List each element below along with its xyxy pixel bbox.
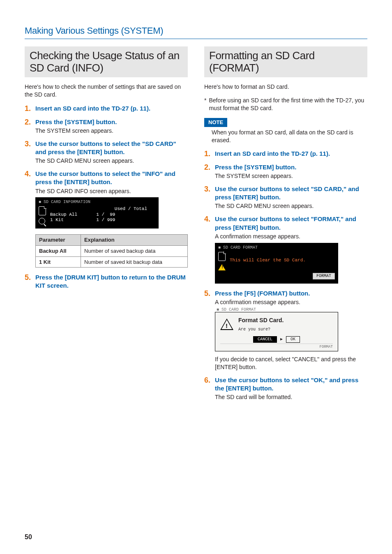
step-head: Use the cursor buttons to select "OK," a…	[215, 376, 367, 393]
table-header: Explanation	[81, 235, 188, 246]
step-1: Insert an SD card into the TD-27 (p. 11)…	[204, 150, 367, 158]
dialog-footer: FORMAT	[220, 344, 333, 349]
step-head: Use the cursor buttons to select the "SD…	[35, 140, 188, 157]
step-head: Press the [DRUM KIT] button to return to…	[35, 273, 188, 290]
step-head: Press the [SYSTEM] button.	[35, 118, 188, 126]
section-title-info: Checking the Usage Status of an SD Card …	[25, 46, 188, 78]
step-3: Use the cursor buttons to select the "SD…	[25, 140, 188, 165]
lcd-data: Used / TotalBackup All 1 / 99 1 Kit 1 / …	[50, 206, 155, 223]
table-cell: Number of saved backup data	[81, 245, 188, 256]
step-2: Press the [SYSTEM] button. The SYSTEM sc…	[204, 163, 367, 180]
step-body: The SYSTEM screen appears.	[215, 172, 367, 180]
step-head: Press the [F5] (FORMAT) button.	[215, 289, 367, 298]
step-4: Use the cursor buttons to select "FORMAT…	[204, 215, 367, 283]
step-head: Use the cursor buttons to select the "IN…	[35, 170, 188, 187]
lcd-title-text: SD CARD INFORMATION	[44, 200, 90, 204]
arrow-right-icon: ▶	[280, 337, 283, 342]
step-body: The SYSTEM screen appears.	[35, 127, 188, 135]
table-cell: Backup All	[36, 245, 81, 256]
step-head: Use the cursor buttons to select "SD CAR…	[215, 185, 367, 202]
dialog-question: Are you sure?	[238, 327, 333, 332]
warning-icon	[220, 319, 233, 330]
step-body: A confirmation message appears.	[215, 298, 367, 306]
footnote-text: Before using an SD card for the first ti…	[209, 97, 367, 112]
step-body: The SD CARD MENU screen appears.	[35, 157, 188, 165]
right-column: Formatting an SD Card (FORMAT) Here's ho…	[204, 46, 367, 406]
note-label: NOTE	[204, 118, 227, 127]
lcd-confirm-dialog: Format SD Card. Are you sure? CANCEL ▶ O…	[215, 312, 338, 351]
steps-right: Insert an SD card into the TD-27 (p. 11)…	[204, 150, 367, 401]
warning-icon	[218, 264, 226, 270]
footnote: *Before using an SD card for the first t…	[204, 97, 367, 112]
left-column: Checking the Usage Status of an SD Card …	[25, 46, 188, 406]
table-row: 1 Kit Number of saved kit backup data	[36, 256, 188, 268]
step-head: Insert an SD card into the TD-27 (p. 11)…	[35, 104, 188, 113]
step-head: Insert an SD card into the TD-27 (p. 11)…	[215, 150, 367, 158]
step-5: Press the [F5] (FORMAT) button. A confir…	[204, 289, 367, 371]
lcd-row-value: 1 / 99	[96, 212, 115, 217]
parameter-table: Parameter Explanation Backup All Number …	[35, 234, 188, 268]
lcd-sd-card-format: ■ SD CARD FORMAT This will Clear the SD …	[215, 243, 338, 284]
lcd-row-value: 1 / 999	[96, 217, 115, 222]
sd-card-icon	[218, 252, 226, 261]
page-number: 50	[25, 533, 32, 542]
breadcrumb: Making Various Settings (SYSTEM)	[25, 25, 367, 39]
table-header: Parameter	[36, 235, 81, 246]
step-4: Use the cursor buttons to select the "IN…	[25, 170, 188, 268]
step-body: The SD CARD MENU screen appears.	[215, 202, 367, 210]
intro-left: Here's how to check the number of settin…	[25, 83, 188, 99]
step-body: The SD CARD INFO screen appears.	[35, 187, 188, 195]
lcd-row-label: 1 Kit	[50, 217, 64, 222]
step-1: Insert an SD card into the TD-27 (p. 11)…	[25, 104, 188, 113]
step-head: Press the [SYSTEM] button.	[215, 163, 367, 171]
magnifier-icon	[39, 218, 45, 224]
step-5: Press the [DRUM KIT] button to return to…	[25, 273, 188, 290]
lcd-title: ■ SD CARD INFORMATION	[39, 200, 155, 205]
step-body: A confirmation message appears.	[215, 233, 367, 240]
intro-right: Here's how to format an SD card.	[204, 83, 367, 91]
sd-card-icon	[39, 206, 46, 215]
table-row: Backup All Number of saved backup data	[36, 245, 188, 256]
format-button[interactable]: FORMAT	[313, 273, 335, 279]
step-3: Use the cursor buttons to select "SD CAR…	[204, 185, 367, 210]
step-body: If you decide to cancel, select "CANCEL"…	[215, 355, 367, 371]
step-body: The SD card will be formatted.	[215, 393, 367, 401]
step-head: Use the cursor buttons to select "FORMAT…	[215, 215, 367, 232]
lcd-col-header: Used / Total	[50, 206, 155, 212]
note-text: When you format an SD card, all data on …	[204, 129, 367, 144]
lcd-row-label: Backup All	[50, 212, 77, 217]
lcd-title: ■ SD CARD FORMAT	[218, 245, 335, 250]
lcd-message: This will Clear the SD Card.	[230, 252, 335, 263]
note-block: NOTE When you format an SD card, all dat…	[204, 118, 367, 144]
step-2: Press the [SYSTEM] button. The SYSTEM sc…	[25, 118, 188, 135]
dialog-title: Format SD Card.	[238, 316, 333, 324]
table-cell: Number of saved kit backup data	[81, 256, 188, 268]
lcd-sd-card-info: ■ SD CARD INFORMATION Used / TotalBackup…	[35, 197, 159, 229]
step-6: Use the cursor buttons to select "OK," a…	[204, 376, 367, 401]
table-cell: 1 Kit	[36, 256, 81, 268]
cancel-button[interactable]: CANCEL	[253, 336, 277, 343]
ok-button[interactable]: OK	[286, 336, 300, 343]
steps-left: Insert an SD card into the TD-27 (p. 11)…	[25, 104, 188, 290]
section-title-format: Formatting an SD Card (FORMAT)	[204, 46, 367, 78]
lcd-title-text: SD CARD FORMAT	[223, 245, 258, 250]
